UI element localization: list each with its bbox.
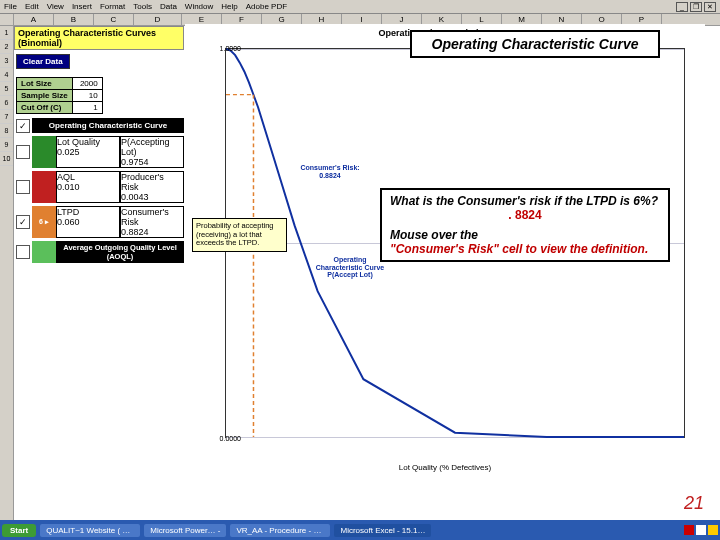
taskbar-item[interactable]: QUALIT~1 Website ( all… (40, 524, 140, 537)
lotq-checkbox[interactable] (16, 145, 30, 159)
aql-left-hdr: AQL (57, 172, 119, 182)
col-B[interactable]: B (54, 14, 94, 25)
col-C[interactable]: C (94, 14, 134, 25)
aql-tag (32, 171, 56, 203)
aoql-checkbox[interactable] (16, 245, 30, 259)
menu-adobepdf[interactable]: Adobe PDF (246, 2, 287, 11)
start-button[interactable]: Start (2, 524, 36, 537)
table-row: Lot Size2000 (17, 78, 103, 90)
menu-format[interactable]: Format (100, 2, 125, 11)
taskbar-item-active[interactable]: Microsoft Excel - 15.1… (334, 524, 431, 537)
menu-data[interactable]: Data (160, 2, 177, 11)
lotq-tag (32, 136, 56, 168)
param-value[interactable]: 1 (72, 102, 102, 114)
slide-number: 21 (684, 493, 704, 514)
menu-view[interactable]: View (47, 2, 64, 11)
ltpd-right-val: 0.8824 (121, 227, 183, 237)
param-label: Cut Off (C) (17, 102, 73, 114)
aoql-tag (32, 241, 56, 263)
lot-quality-block: Lot Quality0.025 P(Accepting Lot)0.9754 (14, 136, 184, 168)
row-numbers: 12345678910 (0, 26, 14, 520)
menu-window[interactable]: Window (185, 2, 213, 11)
col-A[interactable]: A (14, 14, 54, 25)
table-row: Cut Off (C)1 (17, 102, 103, 114)
aql-left-val[interactable]: 0.010 (57, 182, 119, 192)
sheet-title-cell: Operating Characteristic Curves (Binomia… (14, 26, 184, 50)
ltpd-left-hdr: LTPD (57, 207, 119, 217)
taskbar: Start QUALIT~1 Website ( all… Microsoft … (0, 520, 720, 540)
callout-question: What is the Consumer's risk if the LTPD … (380, 188, 670, 262)
ltpd-right-hdr: Consumer's Risk (121, 207, 183, 227)
param-value[interactable]: 2000 (72, 78, 102, 90)
param-label: Sample Size (17, 90, 73, 102)
window-close-icon[interactable]: ✕ (704, 2, 716, 12)
occ-toggle-block: ✓ Operating Characteristic Curve (14, 118, 184, 133)
aoql-title: Average Outgoing Quality Level (AOQL) (56, 241, 184, 263)
aql-right-hdr: Producer's Risk (121, 172, 183, 192)
occ-title: Operating Characteristic Curve (33, 119, 183, 132)
menu-edit[interactable]: Edit (25, 2, 39, 11)
ltpd-tag: 6 ▸ (32, 206, 56, 238)
aoql-block: Average Outgoing Quality Level (AOQL) (14, 241, 184, 263)
param-value[interactable]: 10 (72, 90, 102, 102)
tray-icon[interactable] (708, 525, 718, 535)
occ-checkbox[interactable]: ✓ (16, 119, 30, 133)
ltpd-left-val[interactable]: 0.060 (57, 217, 119, 227)
param-label: Lot Size (17, 78, 73, 90)
parameter-table: Lot Size2000 Sample Size10 Cut Off (C)1 (16, 77, 103, 114)
system-tray (684, 525, 718, 535)
left-panel: Operating Characteristic Curves (Binomia… (14, 26, 184, 520)
menu-bar: File Edit View Insert Format Tools Data … (0, 0, 720, 14)
menu-insert[interactable]: Insert (72, 2, 92, 11)
tray-icon[interactable] (696, 525, 706, 535)
col-D[interactable]: D (134, 14, 182, 25)
window-minimize-icon[interactable]: _ (676, 2, 688, 12)
lotq-right-val: 0.9754 (121, 157, 183, 167)
menu-tools[interactable]: Tools (133, 2, 152, 11)
menu-help[interactable]: Help (221, 2, 237, 11)
lotq-right-hdr: P(Accepting Lot) (121, 137, 183, 157)
ltpd-block: ✓ 6 ▸ LTPD0.060 Consumer's Risk0.8824 (14, 206, 184, 238)
ltpd-checkbox[interactable]: ✓ (16, 215, 30, 229)
lotq-left-val[interactable]: 0.025 (57, 147, 119, 157)
aql-block: AQL0.010 Producer's Risk0.0043 (14, 171, 184, 203)
clear-data-button[interactable]: Clear Data (16, 54, 70, 69)
anno-consumers-risk: Consumer's Risk:0.8824 (285, 164, 375, 179)
aql-right-val: 0.0043 (121, 192, 183, 202)
tooltip-consumers-risk: Probability of accepting (receiving) a l… (192, 218, 287, 252)
taskbar-item[interactable]: Microsoft Power… - (144, 524, 226, 537)
taskbar-item[interactable]: VR_AA - Procedure - Visual… (230, 524, 330, 537)
tray-icon[interactable] (684, 525, 694, 535)
lotq-left-hdr: Lot Quality (57, 137, 119, 147)
table-row: Sample Size10 (17, 90, 103, 102)
chart-xlabel: Lot Quality (% Defectives) (185, 463, 705, 472)
window-restore-icon[interactable]: ❐ (690, 2, 702, 12)
callout-title: Operating Characteristic Curve (410, 30, 660, 58)
menu-file[interactable]: File (4, 2, 17, 11)
aql-checkbox[interactable] (16, 180, 30, 194)
